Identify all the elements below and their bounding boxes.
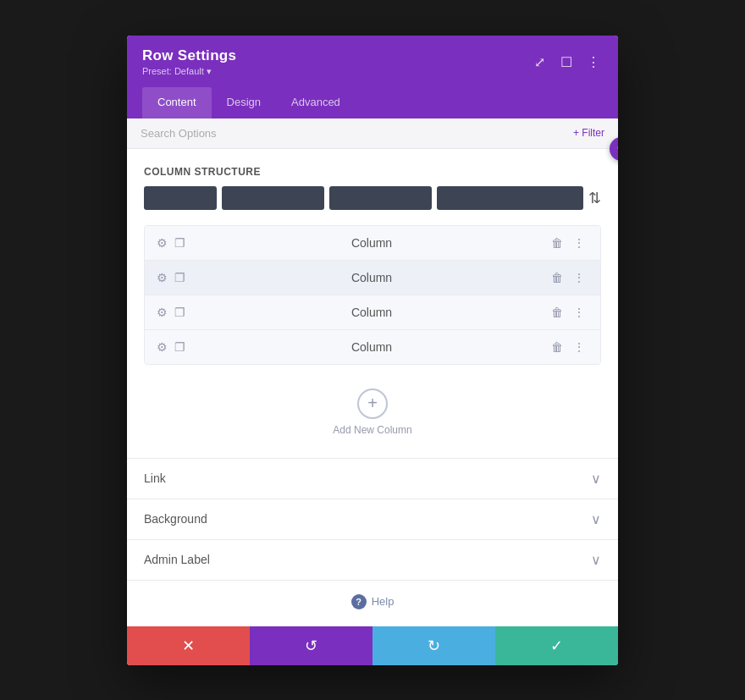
col-preset-3[interactable] [329, 186, 432, 210]
accordion-link[interactable]: Link ∨ [127, 458, 618, 499]
columns-container: ⚙ ❐ Column 🗑 ⋮ ⚙ ❐ Colum [144, 225, 601, 365]
row-actions: 🗑 ⋮ [548, 234, 588, 251]
copy-icon[interactable]: ❐ [174, 236, 185, 250]
row-left-icons: ⚙ ❐ [157, 340, 185, 354]
col-preset-4[interactable] [437, 186, 583, 210]
col-preset-1[interactable] [144, 186, 217, 210]
column-label: Column [196, 340, 548, 354]
row-settings-modal: Row Settings Preset: Default ▾ ⤢ ☐ ⋮ Con… [127, 36, 618, 665]
filter-button[interactable]: + Filter [573, 127, 604, 139]
tab-advanced[interactable]: Advanced [276, 87, 356, 119]
col-preset-2[interactable] [222, 186, 324, 210]
column-label: Column [196, 236, 548, 250]
dots-icon[interactable]: ⋮ [570, 234, 588, 251]
trash-icon[interactable]: 🗑 [548, 304, 566, 321]
trash-icon[interactable]: 🗑 [548, 234, 566, 251]
cancel-button[interactable]: ✕ [127, 626, 250, 665]
copy-icon[interactable]: ❐ [174, 340, 185, 354]
row-left-icons: ⚙ ❐ [157, 271, 185, 284]
column-structure-label: Column Structure [144, 166, 601, 178]
modal-preset[interactable]: Preset: Default ▾ [142, 66, 236, 77]
add-column-label: Add New Column [333, 424, 411, 436]
trash-icon[interactable]: 🗑 [548, 269, 566, 286]
copy-icon[interactable]: ❐ [174, 271, 185, 284]
add-column-button[interactable]: + [357, 389, 388, 419]
add-column-area: + Add New Column [144, 378, 601, 449]
col-arrow-icon[interactable]: ⇅ [588, 189, 601, 207]
table-row: ⚙ ❐ Column 🗑 ⋮ [145, 330, 600, 364]
row-actions: 🗑 ⋮ [548, 339, 588, 356]
accordion-background[interactable]: Background ∨ [127, 499, 618, 539]
accordion-link-label: Link [144, 471, 166, 485]
layout-icon[interactable]: ☐ [557, 52, 576, 71]
dots-icon[interactable]: ⋮ [570, 304, 588, 321]
chevron-down-icon: ∨ [591, 511, 601, 527]
dots-icon[interactable]: ⋮ [570, 339, 588, 356]
modal-title: Row Settings [142, 47, 236, 64]
bottom-bar: ✕ ↺ ↻ ✓ [127, 626, 618, 665]
help-label: Help [372, 595, 395, 608]
tab-design[interactable]: Design [212, 87, 276, 119]
row-left-icons: ⚙ ❐ [157, 306, 185, 319]
search-options-input[interactable]: Search Options [141, 127, 573, 140]
save-button[interactable]: ✓ [495, 626, 618, 665]
gear-icon[interactable]: ⚙ [157, 340, 168, 354]
redo-button[interactable]: ↻ [372, 626, 495, 665]
table-row: ⚙ ❐ Column 🗑 ⋮ [145, 261, 600, 295]
undo-button[interactable]: ↺ [250, 626, 372, 665]
chevron-down-icon: ∨ [591, 471, 601, 487]
gear-icon[interactable]: ⚙ [157, 236, 168, 250]
accordion-background-label: Background [144, 512, 207, 526]
more-icon[interactable]: ⋮ [584, 52, 603, 71]
chevron-down-icon: ∨ [591, 552, 601, 568]
content-area: Column Structure ⇅ ⚙ ❐ Column 🗑 ⋮ [127, 149, 618, 458]
question-icon: ? [351, 594, 367, 609]
copy-icon[interactable]: ❐ [174, 306, 185, 319]
accordion-admin-label-text: Admin Label [144, 553, 210, 566]
row-actions: 🗑 ⋮ [548, 304, 588, 321]
tabs-bar: Content Design Advanced [127, 87, 618, 119]
title-group: Row Settings Preset: Default ▾ [142, 47, 236, 77]
table-row: ⚙ ❐ Column 🗑 ⋮ [145, 295, 600, 330]
search-bar: Search Options + Filter [127, 119, 618, 149]
column-structure: ⇅ [144, 186, 601, 210]
row-actions: 🗑 ⋮ [548, 269, 588, 286]
help-button[interactable]: ? Help [351, 594, 395, 609]
tab-content[interactable]: Content [142, 87, 212, 119]
dots-icon[interactable]: ⋮ [570, 269, 588, 286]
column-label: Column [196, 271, 548, 284]
trash-icon[interactable]: 🗑 [548, 339, 566, 356]
column-label: Column [196, 306, 548, 319]
row-left-icons: ⚙ ❐ [157, 236, 185, 250]
help-area: ? Help [127, 580, 618, 626]
expand-icon[interactable]: ⤢ [530, 52, 549, 71]
accordion-admin-label[interactable]: Admin Label ∨ [127, 539, 618, 580]
header-icons: ⤢ ☐ ⋮ [530, 52, 603, 71]
modal-header: Row Settings Preset: Default ▾ ⤢ ☐ ⋮ [127, 36, 618, 87]
gear-icon[interactable]: ⚙ [157, 306, 168, 319]
table-row: ⚙ ❐ Column 🗑 ⋮ [145, 226, 600, 261]
gear-icon[interactable]: ⚙ [157, 271, 168, 284]
